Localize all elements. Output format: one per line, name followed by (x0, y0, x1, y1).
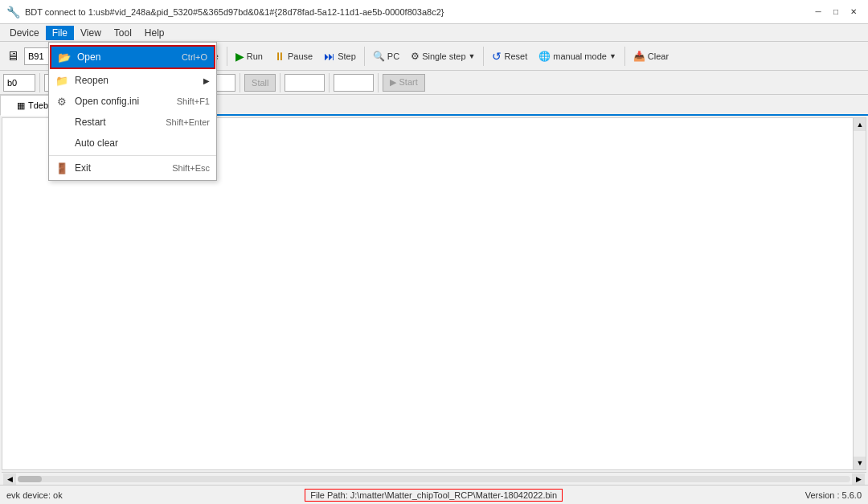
restart-shortcut: Shift+Enter (166, 117, 210, 127)
t2sep1 (39, 73, 40, 92)
param-input-4[interactable]: 602 (285, 74, 325, 92)
pc-label: PC (387, 51, 399, 61)
tdebug-icon: ▦ (17, 100, 25, 111)
scroll-down-button[interactable]: ▼ (854, 457, 866, 469)
menu-help[interactable]: Help (138, 26, 171, 40)
scrollbar-vertical[interactable]: ▲ ▼ (853, 118, 866, 469)
window-controls: ─ □ ✕ (810, 4, 862, 20)
status-filepath: File Path: J:\matter\Matter_chipTool_RCP… (305, 489, 563, 502)
single-step-icon: ⚙ (411, 51, 420, 62)
menu-item-open[interactable]: 📂 Open Ctrl+O (50, 45, 215, 69)
status-version: Version : 5.6.0 (805, 490, 862, 500)
device-icon-button[interactable]: 🖥 (3, 47, 23, 65)
menu-item-auto-clear[interactable]: Auto clear (49, 133, 216, 154)
clear-button[interactable]: 📥 Clear (628, 48, 674, 64)
file-dropdown-menu: 📂 Open Ctrl+O 📁 Reopen ▶ ⚙ Open config.i… (48, 42, 217, 181)
device-icon: 🖥 (6, 49, 19, 64)
param-input-5[interactable]: 88 (334, 74, 374, 92)
pause-button[interactable]: ⏸ Pause (269, 47, 317, 65)
open-folder-icon: 📂 (58, 51, 71, 64)
menu-item-open-config[interactable]: ⚙ Open config.ini Shift+F1 (49, 91, 216, 112)
scrollbar-track (18, 476, 850, 482)
run-icon: ▶ (235, 50, 244, 63)
sep5 (624, 47, 625, 66)
manual-mode-label: manual mode (553, 51, 607, 61)
reopen-arrow-icon: ▶ (203, 76, 210, 85)
open-label: Open (77, 51, 100, 63)
menu-view[interactable]: View (74, 26, 108, 40)
step-icon: ⏭ (324, 50, 335, 63)
menu-item-exit[interactable]: 🚪 Exit Shift+Esc (49, 158, 216, 178)
manual-mode-button[interactable]: 🌐 manual mode ▼ (534, 48, 621, 64)
pc-button[interactable]: 🔍 PC (368, 48, 404, 64)
manual-mode-dropdown-icon: ▼ (609, 52, 616, 60)
run-button[interactable]: ▶ Run (231, 47, 268, 65)
scrollbar-horizontal[interactable]: ◀ ▶ (2, 472, 866, 485)
sep3 (364, 47, 365, 66)
scroll-left-button[interactable]: ◀ (3, 473, 16, 485)
t2sep7 (329, 73, 330, 92)
scroll-up-button[interactable]: ▲ (854, 118, 866, 131)
status-filepath-wrapper: File Path: J:\matter\Matter_chipTool_RCP… (69, 489, 799, 502)
stall-label: Stall (252, 78, 268, 88)
scroll-right-button[interactable]: ▶ (852, 473, 865, 485)
manual-mode-icon: 🌐 (538, 51, 551, 62)
menu-device[interactable]: Device (3, 26, 46, 40)
status-bar: evk device: ok File Path: J:\matter\Matt… (0, 485, 868, 504)
pc-icon: 🔍 (373, 51, 385, 62)
single-step-label: Single step (422, 51, 465, 61)
restart-label: Restart (75, 117, 106, 128)
menu-item-reopen[interactable]: 📁 Reopen ▶ (49, 70, 216, 91)
menu-file[interactable]: File (46, 26, 74, 40)
restore-button[interactable]: □ (828, 4, 844, 20)
auto-clear-label: Auto clear (75, 137, 118, 149)
status-device: evk device: ok (6, 490, 63, 500)
step-label: Step (338, 51, 356, 61)
title-text: BDT connect to 1:usb#vid_248a&pid_5320#5… (25, 7, 810, 17)
t2sep8 (378, 73, 379, 92)
reopen-icon: 📁 (55, 74, 68, 87)
start-label: Start (399, 77, 418, 87)
t2sep5 (240, 73, 240, 92)
sep4 (483, 47, 484, 66)
pause-icon: ⏸ (274, 50, 285, 63)
open-config-label: Open config.ini (75, 96, 139, 107)
reopen-label: Reopen (75, 75, 108, 86)
step-button[interactable]: ⏭ Step (319, 47, 361, 65)
menu-bar: Device File View Tool Help (0, 24, 868, 42)
clear-icon: 📥 (633, 51, 645, 62)
reset-icon: ↺ (492, 50, 502, 63)
menu-separator (49, 155, 216, 156)
single-step-button[interactable]: ⚙ Single step ▼ (406, 48, 480, 64)
exit-shortcut: Shift+Esc (172, 163, 210, 173)
config-icon: ⚙ (55, 95, 68, 108)
menu-tool[interactable]: Tool (108, 26, 138, 40)
sep2 (227, 47, 227, 66)
open-shortcut: Ctrl+O (182, 52, 207, 62)
exit-icon: 🚪 (55, 162, 68, 174)
start-icon: ▶ (390, 77, 396, 87)
reset-label: Reset (504, 51, 527, 61)
exit-label: Exit (75, 162, 91, 174)
auto-clear-icon (55, 137, 68, 150)
start-button[interactable]: ▶ Start (383, 74, 424, 92)
stall-button[interactable]: Stall (244, 74, 276, 92)
t2sep6 (280, 73, 280, 92)
run-label: Run (247, 51, 263, 61)
scrollbar-thumb[interactable] (18, 476, 42, 482)
open-config-shortcut: Shift+F1 (177, 96, 210, 106)
b0-input[interactable] (3, 74, 35, 92)
minimize-button[interactable]: ─ (810, 4, 826, 20)
restart-icon (55, 116, 68, 129)
reset-button[interactable]: ↺ Reset (487, 47, 532, 65)
close-button[interactable]: ✕ (845, 4, 862, 20)
app-icon: 🔧 (6, 6, 20, 18)
clear-label: Clear (648, 51, 669, 61)
pause-label: Pause (288, 51, 313, 61)
single-step-dropdown-icon: ▼ (469, 52, 476, 60)
title-bar: 🔧 BDT connect to 1:usb#vid_248a&pid_5320… (0, 0, 868, 24)
menu-item-restart[interactable]: Restart Shift+Enter (49, 112, 216, 133)
